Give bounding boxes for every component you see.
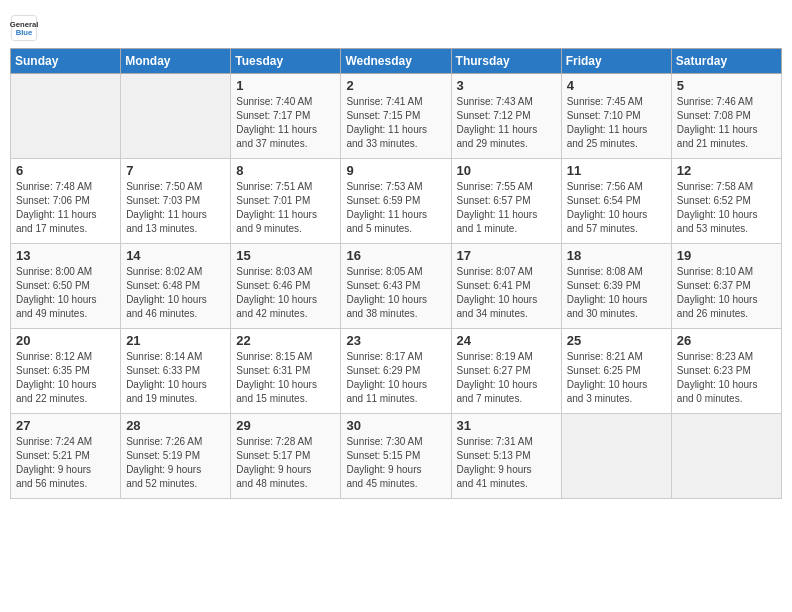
day-info: Sunrise: 8:19 AM Sunset: 6:27 PM Dayligh…	[457, 350, 556, 406]
svg-text:Blue: Blue	[16, 28, 33, 37]
calendar-day: 27Sunrise: 7:24 AM Sunset: 5:21 PM Dayli…	[11, 414, 121, 499]
calendar-day: 15Sunrise: 8:03 AM Sunset: 6:46 PM Dayli…	[231, 244, 341, 329]
calendar-day: 19Sunrise: 8:10 AM Sunset: 6:37 PM Dayli…	[671, 244, 781, 329]
day-info: Sunrise: 7:30 AM Sunset: 5:15 PM Dayligh…	[346, 435, 445, 491]
day-number: 7	[126, 163, 225, 178]
calendar-week: 1Sunrise: 7:40 AM Sunset: 7:17 PM Daylig…	[11, 74, 782, 159]
day-number: 9	[346, 163, 445, 178]
day-info: Sunrise: 7:56 AM Sunset: 6:54 PM Dayligh…	[567, 180, 666, 236]
header-row: SundayMondayTuesdayWednesdayThursdayFrid…	[11, 49, 782, 74]
calendar-day: 9Sunrise: 7:53 AM Sunset: 6:59 PM Daylig…	[341, 159, 451, 244]
day-number: 24	[457, 333, 556, 348]
calendar-table: SundayMondayTuesdayWednesdayThursdayFrid…	[10, 48, 782, 499]
header-day: Monday	[121, 49, 231, 74]
day-info: Sunrise: 7:28 AM Sunset: 5:17 PM Dayligh…	[236, 435, 335, 491]
header-day: Wednesday	[341, 49, 451, 74]
day-info: Sunrise: 8:23 AM Sunset: 6:23 PM Dayligh…	[677, 350, 776, 406]
calendar-day: 1Sunrise: 7:40 AM Sunset: 7:17 PM Daylig…	[231, 74, 341, 159]
svg-text:General: General	[10, 20, 38, 29]
logo-icon: General Blue	[10, 14, 38, 42]
day-number: 4	[567, 78, 666, 93]
day-info: Sunrise: 7:50 AM Sunset: 7:03 PM Dayligh…	[126, 180, 225, 236]
calendar-day: 26Sunrise: 8:23 AM Sunset: 6:23 PM Dayli…	[671, 329, 781, 414]
header-day: Thursday	[451, 49, 561, 74]
day-number: 29	[236, 418, 335, 433]
day-info: Sunrise: 7:55 AM Sunset: 6:57 PM Dayligh…	[457, 180, 556, 236]
calendar-day: 18Sunrise: 8:08 AM Sunset: 6:39 PM Dayli…	[561, 244, 671, 329]
day-info: Sunrise: 8:12 AM Sunset: 6:35 PM Dayligh…	[16, 350, 115, 406]
calendar-day: 21Sunrise: 8:14 AM Sunset: 6:33 PM Dayli…	[121, 329, 231, 414]
calendar-day: 16Sunrise: 8:05 AM Sunset: 6:43 PM Dayli…	[341, 244, 451, 329]
header-day: Saturday	[671, 49, 781, 74]
day-info: Sunrise: 7:46 AM Sunset: 7:08 PM Dayligh…	[677, 95, 776, 151]
day-number: 13	[16, 248, 115, 263]
day-info: Sunrise: 8:15 AM Sunset: 6:31 PM Dayligh…	[236, 350, 335, 406]
day-info: Sunrise: 7:41 AM Sunset: 7:15 PM Dayligh…	[346, 95, 445, 151]
calendar-day: 3Sunrise: 7:43 AM Sunset: 7:12 PM Daylig…	[451, 74, 561, 159]
calendar-day: 13Sunrise: 8:00 AM Sunset: 6:50 PM Dayli…	[11, 244, 121, 329]
calendar-day: 11Sunrise: 7:56 AM Sunset: 6:54 PM Dayli…	[561, 159, 671, 244]
day-info: Sunrise: 8:05 AM Sunset: 6:43 PM Dayligh…	[346, 265, 445, 321]
header-day: Friday	[561, 49, 671, 74]
day-number: 19	[677, 248, 776, 263]
day-number: 15	[236, 248, 335, 263]
calendar-day: 30Sunrise: 7:30 AM Sunset: 5:15 PM Dayli…	[341, 414, 451, 499]
calendar-day: 22Sunrise: 8:15 AM Sunset: 6:31 PM Dayli…	[231, 329, 341, 414]
day-info: Sunrise: 8:17 AM Sunset: 6:29 PM Dayligh…	[346, 350, 445, 406]
calendar-day: 29Sunrise: 7:28 AM Sunset: 5:17 PM Dayli…	[231, 414, 341, 499]
day-info: Sunrise: 8:10 AM Sunset: 6:37 PM Dayligh…	[677, 265, 776, 321]
page-header: General Blue	[10, 10, 782, 42]
calendar-day: 20Sunrise: 8:12 AM Sunset: 6:35 PM Dayli…	[11, 329, 121, 414]
day-info: Sunrise: 8:08 AM Sunset: 6:39 PM Dayligh…	[567, 265, 666, 321]
day-number: 8	[236, 163, 335, 178]
day-info: Sunrise: 7:40 AM Sunset: 7:17 PM Dayligh…	[236, 95, 335, 151]
day-info: Sunrise: 7:24 AM Sunset: 5:21 PM Dayligh…	[16, 435, 115, 491]
calendar-day	[671, 414, 781, 499]
day-number: 22	[236, 333, 335, 348]
day-info: Sunrise: 8:21 AM Sunset: 6:25 PM Dayligh…	[567, 350, 666, 406]
header-day: Sunday	[11, 49, 121, 74]
day-info: Sunrise: 8:03 AM Sunset: 6:46 PM Dayligh…	[236, 265, 335, 321]
day-number: 28	[126, 418, 225, 433]
day-info: Sunrise: 8:07 AM Sunset: 6:41 PM Dayligh…	[457, 265, 556, 321]
day-info: Sunrise: 7:45 AM Sunset: 7:10 PM Dayligh…	[567, 95, 666, 151]
day-info: Sunrise: 7:26 AM Sunset: 5:19 PM Dayligh…	[126, 435, 225, 491]
day-info: Sunrise: 7:53 AM Sunset: 6:59 PM Dayligh…	[346, 180, 445, 236]
day-number: 31	[457, 418, 556, 433]
day-info: Sunrise: 7:31 AM Sunset: 5:13 PM Dayligh…	[457, 435, 556, 491]
day-number: 21	[126, 333, 225, 348]
calendar-day: 14Sunrise: 8:02 AM Sunset: 6:48 PM Dayli…	[121, 244, 231, 329]
calendar-day: 12Sunrise: 7:58 AM Sunset: 6:52 PM Dayli…	[671, 159, 781, 244]
calendar-day	[121, 74, 231, 159]
day-number: 6	[16, 163, 115, 178]
day-number: 14	[126, 248, 225, 263]
day-number: 11	[567, 163, 666, 178]
calendar-day: 4Sunrise: 7:45 AM Sunset: 7:10 PM Daylig…	[561, 74, 671, 159]
day-number: 17	[457, 248, 556, 263]
calendar-day: 31Sunrise: 7:31 AM Sunset: 5:13 PM Dayli…	[451, 414, 561, 499]
calendar-day: 5Sunrise: 7:46 AM Sunset: 7:08 PM Daylig…	[671, 74, 781, 159]
calendar-day: 2Sunrise: 7:41 AM Sunset: 7:15 PM Daylig…	[341, 74, 451, 159]
day-number: 2	[346, 78, 445, 93]
day-number: 23	[346, 333, 445, 348]
calendar-day: 10Sunrise: 7:55 AM Sunset: 6:57 PM Dayli…	[451, 159, 561, 244]
calendar-day: 7Sunrise: 7:50 AM Sunset: 7:03 PM Daylig…	[121, 159, 231, 244]
logo: General Blue	[10, 14, 38, 42]
day-number: 20	[16, 333, 115, 348]
calendar-day: 28Sunrise: 7:26 AM Sunset: 5:19 PM Dayli…	[121, 414, 231, 499]
calendar-week: 13Sunrise: 8:00 AM Sunset: 6:50 PM Dayli…	[11, 244, 782, 329]
day-number: 5	[677, 78, 776, 93]
calendar-day: 25Sunrise: 8:21 AM Sunset: 6:25 PM Dayli…	[561, 329, 671, 414]
day-info: Sunrise: 8:14 AM Sunset: 6:33 PM Dayligh…	[126, 350, 225, 406]
calendar-day: 17Sunrise: 8:07 AM Sunset: 6:41 PM Dayli…	[451, 244, 561, 329]
day-info: Sunrise: 8:00 AM Sunset: 6:50 PM Dayligh…	[16, 265, 115, 321]
day-number: 16	[346, 248, 445, 263]
calendar-day: 6Sunrise: 7:48 AM Sunset: 7:06 PM Daylig…	[11, 159, 121, 244]
header-day: Tuesday	[231, 49, 341, 74]
day-number: 27	[16, 418, 115, 433]
calendar-week: 20Sunrise: 8:12 AM Sunset: 6:35 PM Dayli…	[11, 329, 782, 414]
calendar-day: 23Sunrise: 8:17 AM Sunset: 6:29 PM Dayli…	[341, 329, 451, 414]
day-info: Sunrise: 7:48 AM Sunset: 7:06 PM Dayligh…	[16, 180, 115, 236]
calendar-day: 24Sunrise: 8:19 AM Sunset: 6:27 PM Dayli…	[451, 329, 561, 414]
calendar-day: 8Sunrise: 7:51 AM Sunset: 7:01 PM Daylig…	[231, 159, 341, 244]
